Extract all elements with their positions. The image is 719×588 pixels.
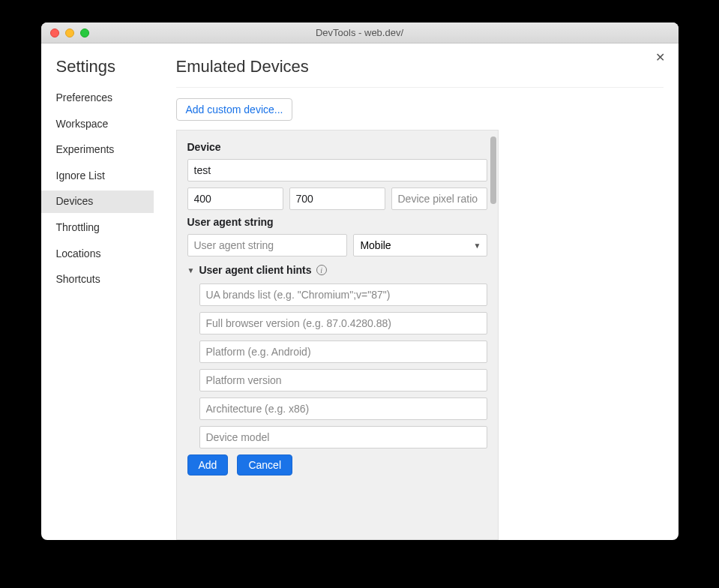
device-width-input[interactable]	[187, 188, 283, 210]
settings-title: Settings	[56, 57, 146, 76]
form-buttons: Add Cancel	[187, 454, 487, 476]
ua-client-hints-toggle[interactable]: ▼ User agent client hints i	[187, 264, 487, 276]
ua-type-select[interactable]: Mobile	[353, 234, 487, 256]
platform-input[interactable]	[199, 340, 487, 363]
sidebar-item-workspace[interactable]: Workspace	[56, 113, 146, 136]
full-browser-version-input[interactable]	[199, 312, 487, 334]
settings-main: Emulated Devices Add custom device... De…	[146, 51, 679, 540]
window-title: DevTools - web.dev/	[41, 27, 679, 38]
sidebar-item-ignore-list[interactable]: Ignore List	[56, 165, 146, 188]
sidebar-item-experiments[interactable]: Experiments	[56, 139, 146, 161]
settings-sidebar: Settings Preferences Workspace Experimen…	[41, 51, 146, 540]
device-form-panel: Device User agent string Mobile ▼ ▼	[176, 130, 499, 540]
sidebar-item-shortcuts[interactable]: Shortcuts	[56, 268, 146, 291]
device-pixel-ratio-input[interactable]	[391, 188, 487, 210]
scrollbar-thumb[interactable]	[490, 136, 496, 204]
page-heading: Emulated Devices	[176, 57, 664, 88]
device-height-input[interactable]	[289, 188, 385, 210]
add-button[interactable]: Add	[187, 454, 229, 476]
close-icon[interactable]: ✕	[653, 50, 668, 64]
app-window: DevTools - web.dev/ ✕ Settings Preferenc…	[41, 22, 679, 540]
info-icon[interactable]: i	[316, 265, 327, 275]
settings-panel: ✕ Settings Preferences Workspace Experim…	[41, 44, 679, 540]
titlebar: DevTools - web.dev/	[41, 22, 679, 44]
architecture-input[interactable]	[199, 398, 487, 420]
ua-brands-input[interactable]	[199, 284, 487, 306]
ua-client-hints-body	[187, 284, 487, 448]
device-name-input[interactable]	[187, 159, 487, 182]
ua-section-label: User agent string	[187, 216, 487, 228]
sidebar-item-preferences[interactable]: Preferences	[56, 87, 146, 110]
ua-string-input[interactable]	[187, 234, 348, 256]
device-model-input[interactable]	[199, 426, 487, 448]
sidebar-item-locations[interactable]: Locations	[56, 243, 146, 266]
sidebar-item-devices[interactable]: Devices	[41, 190, 154, 213]
ua-client-hints-label: User agent client hints	[199, 264, 311, 276]
ua-type-select-wrap: Mobile ▼	[353, 234, 487, 256]
platform-version-input[interactable]	[199, 369, 487, 392]
cancel-button[interactable]: Cancel	[237, 454, 292, 476]
triangle-down-icon: ▼	[187, 266, 195, 274]
device-section-label: Device	[187, 141, 487, 153]
add-custom-device-button[interactable]: Add custom device...	[176, 98, 293, 121]
sidebar-item-throttling[interactable]: Throttling	[56, 217, 146, 239]
